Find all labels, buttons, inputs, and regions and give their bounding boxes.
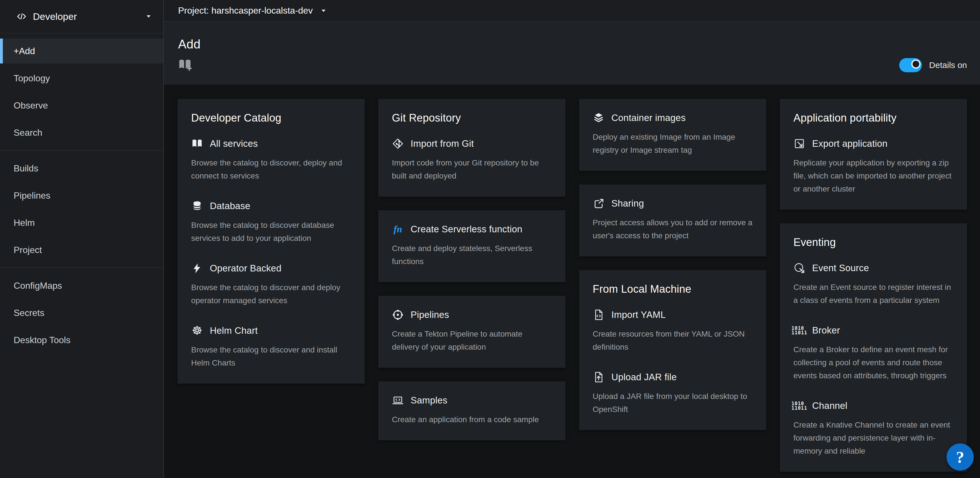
toggle-switch[interactable] xyxy=(899,58,922,72)
card-item-label: Sharing xyxy=(611,198,644,209)
add-card[interactable]: fnCreate Serverless functionCreate and d… xyxy=(378,210,565,282)
database-icon xyxy=(191,200,203,212)
card-item-description: Import code from your Git repository to … xyxy=(392,156,552,183)
sharing-icon xyxy=(593,197,605,210)
card-item-description: Browse the catalog to discover, deploy a… xyxy=(191,156,351,183)
card-item-label: Channel xyxy=(812,400,847,411)
card-item-head: Operator Backed xyxy=(191,262,351,274)
perspective-label: Developer xyxy=(33,11,145,22)
card-item-head: 101011011Channel xyxy=(794,400,953,412)
sidebar-item-secrets[interactable]: Secrets xyxy=(0,300,163,325)
card-item-label: Operator Backed xyxy=(210,263,281,274)
card-item-container-images[interactable]: Container imagesDeploy an existing Image… xyxy=(593,112,752,157)
sidebar-item-observe[interactable]: Observe xyxy=(0,93,163,118)
card-title: Eventing xyxy=(794,236,953,248)
sidebar-item-builds[interactable]: Builds xyxy=(0,156,163,181)
add-card[interactable]: PipelinesCreate a Tekton Pipeline to aut… xyxy=(378,296,565,368)
main-area: Project: harshcasper-localsta-dev Add xyxy=(164,0,980,478)
card-item-label: Broker xyxy=(812,325,840,336)
sidebar-nav: +AddTopologyObserveSearchBuildsPipelines… xyxy=(0,33,163,478)
upload-jar-icon xyxy=(593,371,605,383)
card-item-head: Upload JAR file xyxy=(593,371,752,383)
add-card[interactable]: Application portabilityExport applicatio… xyxy=(780,99,967,210)
help-button[interactable]: ? xyxy=(947,443,974,471)
card-title: Git Repository xyxy=(392,112,552,124)
helm-icon: ☸ xyxy=(191,325,203,337)
card-item-label: Helm Chart xyxy=(210,325,258,336)
toggle-knob xyxy=(912,59,920,68)
git-icon xyxy=(392,138,404,149)
card-item-broker[interactable]: 101011011BrokerCreate a Broker to define… xyxy=(794,324,953,382)
add-card[interactable]: SharingProject access allows you to add … xyxy=(579,184,766,256)
card-item-sharing[interactable]: SharingProject access allows you to add … xyxy=(593,197,752,242)
add-card[interactable]: SamplesCreate an application from a code… xyxy=(378,381,565,440)
card-item-description: Create an Event source to register inter… xyxy=(794,281,953,307)
export-application-icon xyxy=(794,138,805,149)
page-title: Add xyxy=(178,37,966,51)
card-item-label: Pipelines xyxy=(410,310,449,320)
card-item-head: Export application xyxy=(794,138,953,149)
book-plus-icon[interactable] xyxy=(178,58,192,71)
card-item-head: Sharing xyxy=(593,197,752,210)
details-toggle[interactable]: Details on xyxy=(899,58,967,72)
card-item-samples[interactable]: SamplesCreate an application from a code… xyxy=(392,394,552,426)
card-item-all-services[interactable]: All servicesBrowse the catalog to discov… xyxy=(191,138,351,183)
card-item-helm-chart[interactable]: ☸Helm ChartBrowse the catalog to discove… xyxy=(191,325,351,370)
channel-icon: 101011011 xyxy=(794,400,805,412)
card-item-create-serverless-function[interactable]: fnCreate Serverless functionCreate and d… xyxy=(392,223,552,268)
code-icon xyxy=(16,12,27,21)
sidebar-item-search[interactable]: Search xyxy=(0,120,163,145)
app-window: Developer +AddTopologyObserveSearchBuild… xyxy=(0,0,980,478)
card-column: Git RepositoryImport from GitImport code… xyxy=(378,99,565,440)
card-column: Application portabilityExport applicatio… xyxy=(780,99,967,472)
project-selector[interactable]: Project: harshcasper-localsta-dev xyxy=(164,0,980,22)
card-item-export-application[interactable]: Export applicationReplicate your applica… xyxy=(794,138,953,195)
add-card[interactable]: Container imagesDeploy an existing Image… xyxy=(579,99,766,171)
serverless-fn-icon: fn xyxy=(392,223,404,235)
card-column: Container imagesDeploy an existing Image… xyxy=(579,99,766,430)
card-title: From Local Machine xyxy=(593,283,752,295)
project-selector-label: Project: harshcasper-localsta-dev xyxy=(178,5,313,16)
sidebar-item-pipelines[interactable]: Pipelines xyxy=(0,183,163,208)
card-item-label: Create Serverless function xyxy=(410,224,522,235)
card-item-operator-backed[interactable]: Operator BackedBrowse the catalog to dis… xyxy=(191,262,351,307)
card-item-label: Database xyxy=(210,201,250,211)
card-item-description: Replicate your application by exporting … xyxy=(794,156,953,195)
sidebar-item-configmaps[interactable]: ConfigMaps xyxy=(0,273,163,298)
container-images-icon xyxy=(593,112,605,124)
details-toggle-label: Details on xyxy=(929,60,967,70)
sidebar-item-desktop-tools[interactable]: Desktop Tools xyxy=(0,327,163,353)
add-card[interactable]: From Local MachineImport YAMLCreate reso… xyxy=(579,270,766,430)
card-item-head: 101011011Broker xyxy=(794,324,953,336)
card-item-label: Import YAML xyxy=(611,310,666,320)
add-page-content: Developer CatalogAll servicesBrowse the … xyxy=(164,85,980,478)
card-item-description: Deploy an existing Image from an Image r… xyxy=(593,130,752,157)
add-card[interactable]: Git RepositoryImport from GitImport code… xyxy=(378,99,565,197)
card-item-description: Create and deploy stateless, Serverless … xyxy=(392,242,552,268)
card-item-description: Upload a JAR file from your local deskto… xyxy=(593,390,752,416)
card-item-database[interactable]: DatabaseBrowse the catalog to discover d… xyxy=(191,200,351,245)
add-card[interactable]: Developer CatalogAll servicesBrowse the … xyxy=(178,99,365,384)
card-item-pipelines[interactable]: PipelinesCreate a Tekton Pipeline to aut… xyxy=(392,309,552,354)
page-header: Add Details on xyxy=(164,22,980,85)
card-item-import-yaml[interactable]: Import YAMLCreate resources from their Y… xyxy=(593,309,752,354)
perspective-switcher[interactable]: Developer xyxy=(0,0,163,33)
card-item-upload-jar-file[interactable]: Upload JAR fileUpload a JAR file from yo… xyxy=(593,371,752,416)
sidebar-item-project[interactable]: Project xyxy=(0,237,163,262)
card-item-description: Browse the catalog to discover and deplo… xyxy=(191,281,351,307)
sidebar-item-helm[interactable]: Helm xyxy=(0,210,163,235)
card-item-description: Create a Knative Channel to create an ev… xyxy=(794,419,953,457)
card-item-channel[interactable]: 101011011ChannelCreate a Knative Channel… xyxy=(794,400,953,457)
card-item-description: Create an application from a code sample xyxy=(392,413,552,426)
add-card[interactable]: EventingEvent SourceCreate an Event sour… xyxy=(780,223,967,472)
import-yaml-icon xyxy=(593,309,605,321)
card-item-description: Create resources from their YAML or JSON… xyxy=(593,327,752,354)
sidebar-item-topology[interactable]: Topology xyxy=(0,66,163,91)
card-item-event-source[interactable]: Event SourceCreate an Event source to re… xyxy=(794,262,953,307)
sidebar-divider xyxy=(0,267,163,268)
broker-icon: 101011011 xyxy=(794,324,805,336)
card-item-import-from-git[interactable]: Import from GitImport code from your Git… xyxy=(392,138,552,183)
card-item-head: ☸Helm Chart xyxy=(191,325,351,337)
sidebar-item-add[interactable]: +Add xyxy=(0,38,163,64)
sidebar: Developer +AddTopologyObserveSearchBuild… xyxy=(0,0,164,478)
